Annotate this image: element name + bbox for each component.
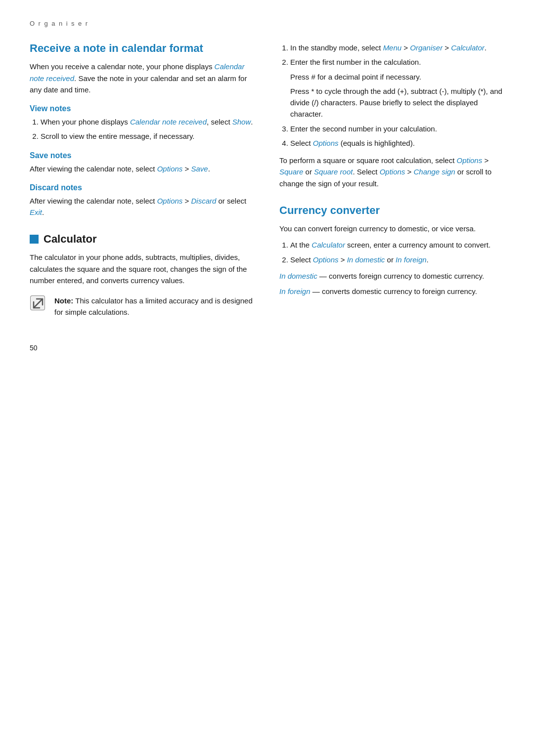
calculator-icon [30, 235, 39, 244]
save-notes-text: After viewing the calendar note, select … [30, 163, 255, 174]
calculator-steps-list: In the standby mode, select Menu > Organ… [279, 42, 504, 149]
currency-converter-section: Currency converter You can convert forei… [279, 204, 504, 297]
list-item: In the standby mode, select Menu > Organ… [290, 42, 504, 53]
currency-steps-list: At the Calculator screen, enter a curren… [279, 239, 504, 265]
note-text: Note: This calculator has a limited accu… [54, 295, 255, 318]
page-number: 50 [30, 344, 504, 352]
discard-notes-title: Discard notes [30, 183, 255, 192]
currency-intro: You can convert foreign currency to dome… [279, 223, 504, 234]
currency-converter-title: Currency converter [279, 204, 504, 217]
receive-note-section: Receive a note in calendar format When y… [30, 42, 255, 95]
list-item: Select Options > In domestic or In forei… [290, 254, 504, 265]
right-column: In the standby mode, select Menu > Organ… [279, 42, 504, 324]
calculator-body: The calculator in your phone adds, subtr… [30, 252, 255, 286]
receive-note-title: Receive a note in calendar format [30, 42, 255, 55]
receive-note-intro: When you receive a calendar note, your p… [30, 61, 255, 95]
list-item: At the Calculator screen, enter a curren… [290, 239, 504, 251]
discard-notes-text: After viewing the calendar note, select … [30, 195, 255, 218]
in-foreign-description: In foreign — converts domestic currency … [279, 286, 504, 297]
left-column: Receive a note in calendar format When y… [30, 42, 255, 324]
list-item: Scroll to view the entire message, if ne… [41, 130, 255, 142]
list-item: When your phone displays Calendar note r… [41, 116, 255, 127]
in-domestic-description: In domestic — converts foreign currency … [279, 270, 504, 282]
list-item: Select Options (equals is highlighted). [290, 137, 504, 149]
list-item: Enter the first number in the calculatio… [290, 56, 504, 120]
view-notes-list: When your phone displays Calendar note r… [30, 116, 255, 142]
discard-notes-section: Discard notes After viewing the calendar… [30, 183, 255, 218]
page-header: O r g a n i s e r [30, 20, 504, 27]
list-item: Enter the second number in your calculat… [290, 123, 504, 134]
calculator-title: Calculator [44, 233, 97, 246]
view-notes-section: View notes When your phone displays Cale… [30, 104, 255, 142]
note-box: Note: This calculator has a limited accu… [30, 295, 255, 318]
calculator-heading: Calculator [30, 233, 255, 246]
square-para: To perform a square or square root calcu… [279, 155, 504, 189]
save-notes-section: Save notes After viewing the calendar no… [30, 151, 255, 174]
save-notes-title: Save notes [30, 151, 255, 160]
note-icon [30, 295, 47, 313]
view-notes-title: View notes [30, 104, 255, 113]
two-col-layout: Receive a note in calendar format When y… [30, 42, 504, 324]
calculator-section: Calculator The calculator in your phone … [30, 233, 255, 318]
